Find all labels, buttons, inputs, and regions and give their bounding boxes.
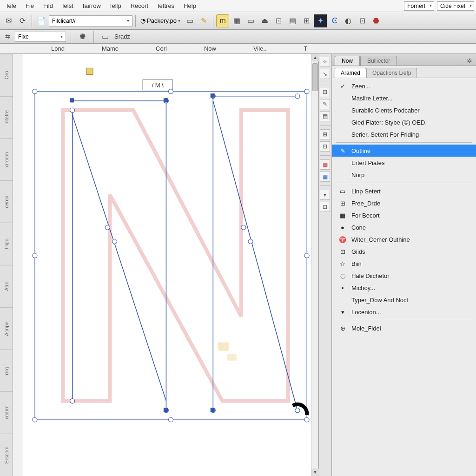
menu-item[interactable]: ⊕Mole_Fidel <box>332 322 476 334</box>
menu-item-icon: ✎ <box>338 147 347 154</box>
scroll-thumb[interactable] <box>312 63 318 91</box>
menu-item[interactable]: Gied Flater: Stybe (©) OED. <box>332 116 476 128</box>
m-icon[interactable]: m <box>216 14 229 27</box>
dock-icon[interactable]: ▦ <box>320 159 330 170</box>
vtab[interactable]: Acripn <box>0 307 13 350</box>
menu-item[interactable]: Iairrow <box>78 1 106 11</box>
menu-item[interactable]: ◌Hale Diichetor <box>332 270 476 282</box>
dock-icon[interactable]: ⊞ <box>320 129 330 139</box>
vtab[interactable]: Atro <box>0 265 13 307</box>
dock-icon[interactable]: ⊡ <box>320 141 330 152</box>
menu-item-icon: ▦ <box>338 212 347 219</box>
canvas-scrollbar[interactable]: ▲ ▼ <box>311 54 318 476</box>
tab-now[interactable]: Now <box>335 56 360 66</box>
dock-icon[interactable]: ▾ <box>320 190 330 200</box>
open-icon[interactable]: ⊡ <box>272 14 285 27</box>
menu-item[interactable]: ▦For Becort <box>332 209 476 221</box>
eject-icon[interactable]: ⏏ <box>258 14 271 27</box>
vtab[interactable]: Srscom <box>0 434 13 476</box>
menu-item[interactable]: Fild <box>39 1 58 11</box>
burst-icon[interactable]: ✺ <box>76 30 89 43</box>
subtab-aramed[interactable]: Aramed <box>335 68 366 78</box>
menu-item-icon: ⊡ <box>338 248 347 255</box>
dock-icon[interactable]: ✧ <box>320 57 330 67</box>
ruler-col: Lond <box>51 45 65 52</box>
menu-item-label: Surablic Clents Podcaber <box>351 107 471 114</box>
menu-item-icon: ⊞ <box>338 200 347 207</box>
vtab[interactable]: rrrq <box>0 350 13 392</box>
menu-item[interactable]: ●Cone <box>332 221 476 233</box>
menu-item-label: For Becort <box>351 212 471 219</box>
refresh-icon[interactable]: ⟳ <box>16 14 29 27</box>
dock-icon[interactable]: ⊡ <box>320 87 330 97</box>
menu-item-icon: ▪ <box>338 284 347 291</box>
dock-icon[interactable]: ↘ <box>320 69 330 79</box>
scroll-up-icon[interactable]: ▲ <box>311 54 319 61</box>
dock-icon[interactable]: ✎ <box>320 99 330 109</box>
vtab[interactable]: filipo <box>0 223 13 265</box>
menu-item-icon: ⊕ <box>338 325 347 332</box>
panel-menu-icon[interactable]: ✲ <box>466 56 473 66</box>
mode-combo[interactable]: Cide Fixet <box>437 1 474 11</box>
menu-item[interactable]: Iettres <box>153 1 179 11</box>
svg-line-14 <box>73 115 166 401</box>
menu-item[interactable]: ♈Witer_Cemer Outhine <box>332 233 476 245</box>
menu-item[interactable]: Recort <box>126 1 153 11</box>
dark-icon[interactable]: ✦ <box>314 14 327 27</box>
vtab[interactable]: Oro <box>0 54 13 96</box>
menu-item[interactable]: Help <box>179 1 201 11</box>
menu-item[interactable]: ⊞Free_Drde <box>332 197 476 209</box>
menu-item[interactable]: Typer_Dow And Noct <box>332 294 476 306</box>
menu-item[interactable]: Serier, Setent For Friding <box>332 128 476 140</box>
dock-icon[interactable]: ▦ <box>320 172 330 182</box>
menu-item[interactable]: Fie <box>21 1 39 11</box>
menu-item[interactable]: ▪Michoy... <box>332 282 476 294</box>
swap-icon[interactable]: ⇆ <box>3 33 12 40</box>
dock-icon[interactable]: ▤ <box>320 111 330 121</box>
dock-icon[interactable]: ⊡ <box>320 202 330 212</box>
menu-item-icon: ☆ <box>338 260 347 267</box>
menu-item[interactable]: ☆Biin <box>332 258 476 270</box>
address-combo[interactable]: Filclicart// <box>49 15 132 26</box>
icon-c[interactable]: ⊡ <box>356 14 369 27</box>
icon-a[interactable]: ▤ <box>286 14 299 27</box>
page-icon[interactable]: ▭ <box>183 14 196 27</box>
globe-icon[interactable]: ◐ <box>342 14 355 27</box>
mail-icon[interactable]: ✉ <box>2 14 15 27</box>
menu-item[interactable]: ▭Linp Setert <box>332 185 476 197</box>
menu-item[interactable]: Ertert Piates <box>332 157 476 169</box>
format-combo[interactable]: Fornert <box>404 1 434 11</box>
table-icon[interactable]: ▦ <box>230 14 243 27</box>
vtab[interactable]: cercn <box>0 180 13 223</box>
menu-item-label: Gied Flater: Stybe (©) OED. <box>351 119 471 126</box>
menu-item[interactable]: Surablic Clents Podcaber <box>332 104 476 116</box>
menu-item[interactable]: ▾Locenion... <box>332 306 476 318</box>
icon-b[interactable]: ⊞ <box>300 14 313 27</box>
menu-item[interactable]: ⊡Giids <box>332 245 476 258</box>
menu-item[interactable]: Ielst <box>58 1 78 11</box>
drawing-canvas[interactable]: / M \ <box>23 54 318 476</box>
menu-item[interactable]: Maslire Letter... <box>332 92 476 104</box>
stop-icon[interactable]: ⬣ <box>370 14 383 27</box>
svg-point-28 <box>105 225 110 230</box>
svg-point-26 <box>295 408 300 413</box>
packery-dropdown[interactable]: ◔Packery.po▾ <box>139 17 182 24</box>
fixe-combo[interactable]: Fixe <box>15 32 66 42</box>
vtab[interactable]: intatre <box>0 96 13 139</box>
menu-item[interactable]: Iele <box>2 1 21 11</box>
tab-bulliecter[interactable]: Bulliecter <box>360 56 397 66</box>
menu-item[interactable]: ✓Zeen... <box>332 80 476 92</box>
menu-item[interactable]: Norp <box>332 169 476 181</box>
document-icon[interactable]: 📄 <box>35 14 48 27</box>
folder-icon[interactable]: ▭ <box>99 30 112 43</box>
new-icon[interactable]: ▭ <box>244 14 257 27</box>
vtab[interactable]: xoarm <box>0 391 13 434</box>
subtab-opactions[interactable]: Opactions Liefp <box>366 68 417 78</box>
c-icon[interactable]: Ͼ <box>328 14 341 27</box>
pencil-icon[interactable]: ✎ <box>197 14 210 27</box>
menu-item[interactable]: Iellp <box>106 1 126 11</box>
menu-item-icon: ▭ <box>338 188 347 195</box>
scroll-down-icon[interactable]: ▼ <box>311 469 319 476</box>
menu-item[interactable]: ✎Outline <box>332 145 476 157</box>
vtab[interactable]: xrrcom <box>0 139 13 181</box>
